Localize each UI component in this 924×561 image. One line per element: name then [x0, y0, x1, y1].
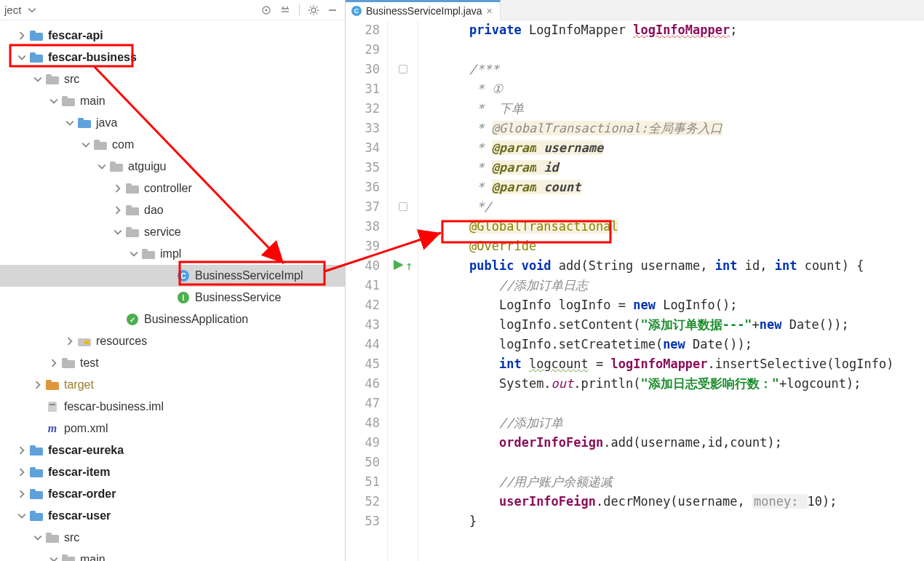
lineno: 51 [346, 472, 380, 492]
svg-rect-17 [126, 186, 139, 194]
tree-node-dao[interactable]: dao [0, 199, 345, 221]
tree-node-resources[interactable]: resources [0, 330, 345, 352]
locate-icon[interactable] [258, 2, 274, 18]
override-marker-icon[interactable]: ⯈↑ [388, 256, 418, 276]
minimize-icon[interactable] [324, 2, 340, 18]
tree-node-src2[interactable]: src [0, 527, 345, 549]
tree-node-business-service-impl[interactable]: C BusinessServiceImpl [0, 265, 345, 287]
lineno: 50 [346, 453, 380, 472]
lineno: 47 [346, 394, 380, 413]
svg-rect-20 [126, 205, 132, 208]
tree-node-main2[interactable]: main [0, 549, 345, 561]
project-tree-panel: ject fescar-api [0, 0, 346, 561]
lineno: 32 [346, 99, 380, 119]
folder-icon [61, 553, 76, 561]
editor-body[interactable]: 28 29 30 31 32 33 34 35 36 37 38 39 40 4… [346, 20, 924, 561]
svg-rect-19 [126, 207, 139, 215]
package-icon [125, 182, 140, 195]
tree-node-pom[interactable]: m pom.xml [0, 418, 345, 439]
code-line: logInfo.setContent("添加订单数据---"+new Date(… [469, 315, 924, 335]
svg-rect-14 [94, 140, 100, 143]
chevron-down-icon[interactable] [24, 2, 40, 18]
tree-node-test[interactable]: test [0, 352, 345, 374]
tree-node-target[interactable]: target [0, 374, 345, 396]
tree-node-fescar-user[interactable]: fescar-user [0, 505, 345, 527]
tree-node-atguigu[interactable]: atguigu [0, 156, 345, 178]
code-line: @GlobalTransactional [469, 217, 924, 236]
lineno: 44 [346, 335, 380, 354]
module-folder-icon [29, 51, 44, 64]
tree-node-main[interactable]: main [0, 90, 345, 112]
tree-node-src[interactable]: src [0, 68, 345, 90]
tree-node-fescar-order[interactable]: fescar-order [0, 483, 345, 505]
svg-rect-29 [46, 382, 59, 390]
maven-icon: m [45, 422, 60, 435]
tree-node-iml[interactable]: fescar-business.iml [0, 396, 345, 418]
class-icon: C [176, 269, 191, 282]
collapse-all-icon[interactable] [277, 2, 293, 18]
code-line: * @GlobalTransactional:全局事务入口 [469, 119, 924, 138]
code-area[interactable]: private LogInfoMapper logInfoMapper; /**… [418, 20, 924, 561]
module-folder-icon [29, 466, 44, 479]
tree-node-java[interactable]: java [0, 112, 345, 134]
svg-rect-21 [126, 229, 139, 237]
folder-icon [61, 95, 76, 108]
tree-node-business-service[interactable]: I BusinessService [0, 287, 345, 309]
tree-node-fescar-item[interactable]: fescar-item [0, 461, 345, 483]
lineno: 45 [346, 354, 380, 374]
module-folder-icon [29, 488, 44, 501]
lineno: 29 [346, 40, 380, 60]
folder-icon [45, 531, 60, 544]
code-line: @Override [469, 236, 924, 256]
svg-rect-7 [46, 76, 59, 84]
svg-rect-13 [94, 142, 107, 150]
interface-icon: I [176, 291, 191, 304]
code-line: /*** [469, 60, 924, 79]
chevron-right-icon [64, 335, 76, 347]
code-line [469, 453, 924, 472]
tree-node-service[interactable]: service [0, 221, 345, 243]
chevron-down-icon [16, 52, 28, 63]
chevron-down-icon [112, 226, 124, 238]
lineno: 33 [346, 119, 380, 138]
fold-icon[interactable] [388, 60, 418, 79]
package-icon [125, 204, 140, 217]
package-icon [93, 138, 108, 151]
code-line: System.out.println("添加日志受影响行数："+logcount… [469, 374, 924, 394]
gear-icon[interactable] [306, 2, 322, 18]
svg-rect-16 [110, 162, 116, 164]
lineno: 38 [346, 217, 380, 236]
svg-rect-15 [110, 164, 123, 172]
project-tree-title: ject [4, 4, 21, 16]
spring-app-icon: ✓ [125, 313, 140, 326]
svg-rect-9 [62, 98, 75, 106]
svg-rect-41 [46, 535, 59, 543]
chevron-right-icon [32, 379, 44, 391]
code-line: int logcount = logInfoMapper.insertSelec… [469, 354, 924, 374]
code-line: */ [469, 197, 924, 217]
svg-rect-12 [78, 118, 84, 121]
code-line: LogInfo logInfo = new LogInfo(); [469, 295, 924, 315]
chevron-right-icon [48, 357, 60, 369]
code-line: //添加订单日志 [469, 276, 924, 295]
chevron-down-icon [80, 139, 92, 151]
project-tree[interactable]: fescar-api fescar-business src main java [0, 20, 345, 561]
tree-node-controller[interactable]: controller [0, 178, 345, 199]
lineno: 39 [346, 236, 380, 256]
tree-node-fescar-api[interactable]: fescar-api [0, 25, 345, 47]
tree-node-business-application[interactable]: ✓ BusinessApplication [0, 309, 345, 330]
tree-node-fescar-eureka[interactable]: fescar-eureka [0, 439, 345, 461]
tree-node-impl[interactable]: impl [0, 243, 345, 265]
tree-node-com[interactable]: com [0, 134, 345, 156]
svg-rect-30 [46, 380, 52, 383]
svg-rect-27 [62, 360, 75, 368]
svg-rect-4 [30, 31, 36, 33]
svg-point-2 [311, 8, 316, 12]
tab-business-service-impl[interactable]: C BusinessServiceImpl.java × [346, 0, 501, 20]
fold-icon[interactable] [388, 197, 418, 217]
code-line: * @param id [469, 158, 924, 178]
close-icon[interactable]: × [487, 5, 493, 17]
tree-node-fescar-business[interactable]: fescar-business [0, 47, 345, 68]
lineno: 46 [346, 374, 380, 394]
editor-panel: C BusinessServiceImpl.java × 28 29 30 31… [346, 0, 924, 561]
